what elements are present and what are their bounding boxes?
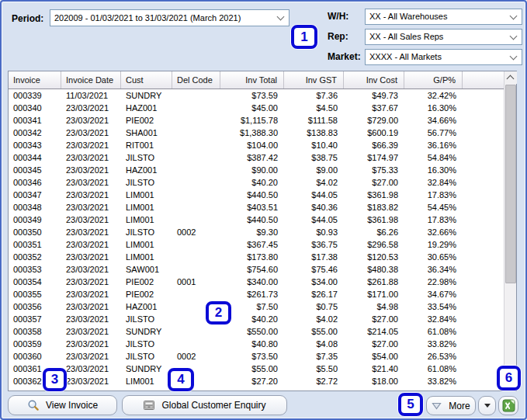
table-row[interactable]: 00035823/03/2021SUNDRY$550.00$55.00$214.… [9, 325, 504, 338]
table-row[interactable]: 00035023/03/2021JILSTO0002$9.30$0.93$6.2… [9, 226, 504, 238]
cell [172, 288, 220, 300]
table-row[interactable]: 00036223/03/2021LIM001$27.20$2.72$18.003… [9, 375, 504, 387]
cell: LIM001 [121, 251, 172, 263]
col-header-invoice[interactable]: Invoice [9, 71, 61, 89]
rep-select[interactable]: XX - All Sales Reps [365, 29, 522, 45]
cell: $45.00 [220, 102, 284, 114]
vertical-scrollbar[interactable] [504, 71, 516, 390]
more-button[interactable]: More [426, 396, 476, 415]
cell [463, 189, 504, 201]
col-header-gp-percent[interactable]: G/P% [404, 71, 463, 89]
table-row[interactable]: 00035223/03/2021LIM001$173.80$17.38$120.… [9, 251, 504, 263]
table-row[interactable]: 00034923/03/2021LIM001$440.50$44.05$361.… [9, 213, 504, 226]
cell: $0.75 [284, 300, 344, 313]
table-row[interactable]: 00035623/03/2021HAZ001$7.50$0.75$4.9833.… [9, 300, 504, 313]
export-to-excel-button[interactable] [498, 396, 518, 415]
cell: 61.08% [404, 325, 463, 338]
cell: $261.73 [220, 288, 284, 300]
period-select[interactable]: 202009 - 01/03/2021 to 31/03/2021 (March… [50, 9, 290, 26]
table-row[interactable]: 00035123/03/2021LIM001$367.45$36.75$296.… [9, 238, 504, 251]
view-invoice-button[interactable]: View Invoice [8, 395, 117, 415]
table-row[interactable]: 00034023/03/2021HAZ001$45.00$4.50$37.671… [9, 102, 504, 114]
table-row[interactable]: 00035523/03/2021PIE002$261.73$26.17$171.… [9, 288, 504, 300]
view-invoice-label: View Invoice [46, 400, 98, 411]
cell [463, 201, 504, 213]
table-row[interactable]: 00034623/03/2021JILSTO$40.20$4.02$27.003… [9, 176, 504, 189]
table-row[interactable]: 00036323/03/2021LIM001$7.70$0.77$4.9435.… [9, 387, 504, 390]
table-row[interactable]: 00035423/03/2021PIE0020001$340.00$34.00$… [9, 276, 504, 288]
cell: 22.98% [404, 276, 463, 288]
cell: 0002 [172, 226, 220, 238]
cell [172, 176, 220, 189]
cell: 23/03/2021 [61, 102, 121, 114]
cell: $75.33 [344, 164, 404, 176]
col-header-inv-total[interactable]: Inv Total [220, 71, 284, 89]
global-customer-enquiry-button[interactable]: Global Customer Enquiry [122, 395, 287, 415]
cell: $73.50 [220, 350, 284, 363]
period-label: Period: [12, 13, 43, 24]
col-header-inv-gst[interactable]: Inv GST [284, 71, 344, 89]
col-header-inv-cost[interactable]: Inv Cost [344, 71, 404, 89]
cell [463, 325, 504, 338]
table-row[interactable]: 00034323/03/2021RIT001$104.00$10.40$66.3… [9, 139, 504, 151]
scrollbar-thumb[interactable] [505, 85, 516, 283]
more-dropdown-arrow-button[interactable] [478, 396, 496, 415]
table-row[interactable]: 00034223/03/2021SHA001$1,388.30$138.83$6… [9, 127, 504, 139]
cell: JILSTO [121, 313, 172, 325]
cell: 000343 [9, 139, 61, 151]
scroll-up-button[interactable] [504, 71, 517, 84]
cell: $0.77 [284, 387, 344, 390]
table-row[interactable]: 00033911/03/2021SUNDRY$73.59$7.36$49.733… [9, 89, 504, 102]
table-row[interactable]: 00034823/03/2021LIM001$403.51$40.36$183.… [9, 201, 504, 213]
callout-1: 1 [291, 25, 317, 49]
cell: 17.83% [404, 189, 463, 201]
cell: HAZ001 [121, 102, 172, 114]
cell: $754.60 [220, 263, 284, 276]
cell: $27.00 [344, 313, 404, 325]
col-header-invoice-date[interactable]: Invoice Date [61, 71, 121, 89]
cell: 23/03/2021 [61, 201, 121, 213]
cell: $120.53 [344, 251, 404, 263]
cell: 33.82% [404, 338, 463, 350]
cell: $174.97 [344, 151, 404, 164]
table-row[interactable]: 00034123/03/2021PIE002$1,115.78$111.58$7… [9, 114, 504, 127]
cell [463, 338, 504, 350]
warehouse-select[interactable]: XX - All Warehouses [365, 9, 522, 25]
cell: $18.00 [344, 375, 404, 387]
cell: $171.00 [344, 288, 404, 300]
table-row[interactable]: 00036023/03/2021JILSTO0002$73.50$7.35$54… [9, 350, 504, 363]
table-row[interactable]: 00035323/03/2021SAW001$754.60$75.46$480.… [9, 263, 504, 276]
table-row[interactable]: 00034723/03/2021LIM001$440.50$44.05$361.… [9, 189, 504, 201]
cell: $403.51 [220, 201, 284, 213]
cell: 30.65% [404, 251, 463, 263]
table-row[interactable]: 00035723/03/2021JILSTO$40.20$4.02$27.003… [9, 313, 504, 325]
cell: $4.50 [284, 102, 344, 114]
cell: 000350 [9, 226, 61, 238]
cell: $75.46 [284, 263, 344, 276]
cell: $9.00 [284, 164, 344, 176]
col-header-cust[interactable]: Cust [121, 71, 172, 89]
cell: $27.00 [344, 176, 404, 189]
cell: $17.38 [284, 251, 344, 263]
cell: 33.82% [404, 375, 463, 387]
cell: $90.00 [220, 164, 284, 176]
table-row[interactable]: 00034423/03/2021JILSTO$387.42$38.75$174.… [9, 151, 504, 164]
market-select[interactable]: XXXX - All Markets [365, 49, 522, 65]
table-row[interactable]: 00034523/03/2021HAZ001$90.00$9.00$75.331… [9, 164, 504, 176]
table-row[interactable]: 00036123/03/2021SUNDRY$55.00$5.50$21.406… [9, 363, 504, 375]
cell: $340.00 [220, 276, 284, 288]
cell: 36.34% [404, 263, 463, 276]
market-select-value: XXXX - All Markets [369, 52, 442, 61]
cell [463, 127, 504, 139]
cell [463, 139, 504, 151]
cell: $296.58 [344, 238, 404, 251]
cell: 23/03/2021 [61, 288, 121, 300]
col-header-del-code[interactable]: Del Code [172, 71, 220, 89]
cell: $550.00 [220, 325, 284, 338]
cell: 16.30% [404, 102, 463, 114]
cell [172, 164, 220, 176]
cell: $26.17 [284, 288, 344, 300]
solid-down-arrow-icon [484, 404, 491, 408]
table-row[interactable]: 00035923/03/2021JILSTO$40.80$4.08$27.003… [9, 338, 504, 350]
cell: 000351 [9, 238, 61, 251]
